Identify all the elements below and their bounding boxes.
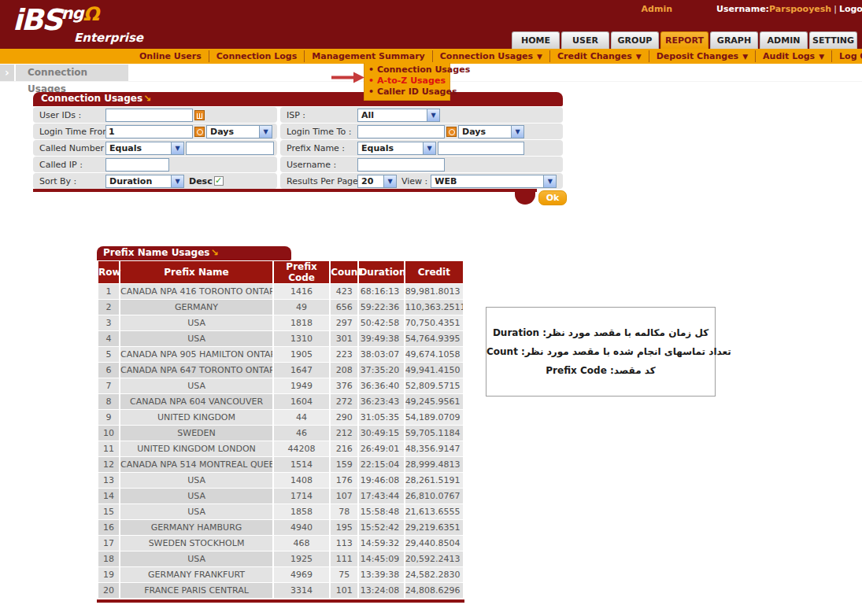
username-input[interactable] <box>357 158 445 172</box>
cell-prefix-name: CANADA NPA 514 MONTREAL QUEBEC <box>120 457 272 472</box>
cell-row: 10 <box>98 426 119 441</box>
cell-prefix-name: USA <box>120 489 272 503</box>
cell-credit: 110,363.2511 <box>405 300 463 315</box>
chevron-down-icon: ▼ <box>511 126 523 138</box>
isp-select[interactable]: All▼ <box>357 109 440 122</box>
cell-row: 19 <box>98 567 119 582</box>
cell-prefix-name: CANADA NPA 416 TORONTO ONTARIO <box>120 284 272 299</box>
breadcrumb-chevron-icon: › <box>0 65 14 81</box>
menu-item[interactable]: Credit Changes▼ <box>549 50 649 62</box>
main-tabs: HOMEUSERGROUPREPORTGRAPHADMINSETTING <box>512 31 859 49</box>
table-row: 6 CANADA NPA 647 TORONTO ONTARIO 1647 20… <box>98 363 463 378</box>
login-time-from-unit-select[interactable]: Days▼ <box>206 125 272 138</box>
cell-credit: 49,674.1058 <box>405 347 463 362</box>
user-ids-input[interactable] <box>105 109 193 122</box>
menu-item[interactable]: Connection Logs <box>209 50 305 62</box>
logo-text: iBS <box>13 3 61 37</box>
cell-credit: 49,245.9561 <box>405 394 463 409</box>
table-row: 16 GERMANY HAMBURG 4940 195 15:52:42 29,… <box>98 520 463 535</box>
main-tab[interactable]: SETTING <box>809 31 857 49</box>
col-header-prefix-code: Prefix Code <box>274 261 329 283</box>
cell-prefix-name: UNITED KINGDOM <box>120 410 272 425</box>
menu-item[interactable]: Management Summary <box>304 50 432 62</box>
login-time-to-input[interactable] <box>357 125 445 138</box>
calendar-icon[interactable] <box>446 127 457 137</box>
main-tab[interactable]: USER <box>561 31 609 49</box>
dropdown-item[interactable]: Caller ID Usages <box>364 87 449 98</box>
ok-button[interactable]: Ok <box>538 190 567 205</box>
main-tab[interactable]: HOME <box>512 31 560 49</box>
menu-item[interactable]: Online Users <box>132 50 209 62</box>
results-per-page-label: Results Per Page : <box>287 176 357 186</box>
cell-prefix-name: GERMANY <box>120 300 272 315</box>
cell-prefix-name: GERMANY FRANKFURT <box>120 567 272 582</box>
cell-duration: 37:35:20 <box>359 363 403 378</box>
cell-row: 16 <box>98 520 119 535</box>
calendar-icon[interactable] <box>194 127 205 137</box>
cell-row: 13 <box>98 473 119 488</box>
cell-count: 113 <box>331 536 357 551</box>
menu-item[interactable]: Deposit Changes▼ <box>649 50 755 62</box>
cell-prefix-name: GERMANY HAMBURG <box>120 520 272 535</box>
cell-duration: 19:46:08 <box>359 473 403 488</box>
connection-usages-panel: Connection Usages↘ User IDs : ISP : All▼… <box>33 92 563 211</box>
results-per-page-select[interactable]: 20▼ <box>357 175 397 188</box>
table-row: 20 FRANCE PARIS CENTRAL 3314 101 13:24:0… <box>98 583 463 598</box>
chevron-down-icon: ▼ <box>543 175 556 187</box>
table-row: 7 USA 1949 376 36:36:40 52,809.5715 <box>98 378 463 393</box>
table-row: 2 GERMANY 49 656 59:22:36 110,363.2511 <box>98 300 463 315</box>
menu-item[interactable]: Audit Logs▼ <box>755 50 831 62</box>
cell-duration: 15:52:42 <box>359 520 403 535</box>
cell-prefix-code: 49 <box>274 300 329 315</box>
prefix-name-op-select[interactable]: Equals▼ <box>357 142 436 155</box>
cell-duration: 36:23:43 <box>359 394 403 409</box>
dropdown-item[interactable]: A-to-Z Usages <box>364 76 449 87</box>
chevron-down-icon: ▼ <box>423 142 435 154</box>
logout-link[interactable]: Logout <box>839 4 862 14</box>
view-select[interactable]: WEB▼ <box>431 175 557 188</box>
cell-credit: 54,764.9395 <box>405 331 463 346</box>
legend-line: Duration :کل زمان مکالمه با مقصد مورد نظ… <box>486 323 715 342</box>
cell-count: 656 <box>331 300 357 315</box>
panel-bottom-border <box>33 189 537 192</box>
main-tab[interactable]: ADMIN <box>760 31 808 49</box>
called-ip-input[interactable] <box>105 158 169 172</box>
user-select-icon[interactable] <box>194 110 205 120</box>
cell-row: 9 <box>98 410 119 425</box>
login-time-from-input[interactable] <box>105 125 193 138</box>
col-header-row: Row <box>98 261 119 283</box>
logo-subtitle: Enterprise <box>74 31 143 45</box>
menu-item[interactable]: Connection Usages▼ <box>432 50 549 62</box>
login-time-to-unit-select[interactable]: Days▼ <box>458 125 524 138</box>
cell-prefix-name: USA <box>120 551 272 566</box>
main-tab[interactable]: GROUP <box>611 31 659 49</box>
panel-title: Connection Usages↘ <box>33 92 563 106</box>
cell-count: 212 <box>331 426 357 441</box>
table-row: 14 USA 1714 107 17:43:44 26,810.0767 <box>98 489 463 503</box>
main-tab[interactable]: GRAPH <box>710 31 758 49</box>
chevron-down-icon: ▼ <box>171 142 183 154</box>
prefix-name-usages-section: Prefix Name Usages↘ Row Prefix Name Pref… <box>97 246 464 603</box>
menu-item[interactable]: Log Console <box>831 50 862 62</box>
sort-by-select[interactable]: Duration▼ <box>105 175 184 188</box>
prefix-name-input[interactable] <box>438 142 524 155</box>
called-number-input[interactable] <box>186 142 274 155</box>
dropdown-item[interactable]: Connection Usages <box>364 65 449 76</box>
cell-credit: 28,999.4813 <box>405 457 463 472</box>
cell-count: 159 <box>331 457 357 472</box>
called-number-op-select[interactable]: Equals▼ <box>105 142 184 155</box>
username-value: Parspooyesh <box>769 4 831 14</box>
cell-count: 176 <box>331 473 357 488</box>
table-row: 12 CANADA NPA 514 MONTREAL QUEBEC 1514 1… <box>98 457 463 472</box>
table-row: 19 GERMANY FRANKFURT 4969 75 13:39:38 24… <box>98 567 463 582</box>
main-tab[interactable]: REPORT <box>660 31 708 49</box>
cell-count: 423 <box>331 284 357 299</box>
cell-prefix-code: 4969 <box>274 567 329 582</box>
table-row: 1 CANADA NPA 416 TORONTO ONTARIO 1416 42… <box>98 284 463 299</box>
panel-bottom-tail <box>515 189 535 205</box>
legend-note-box: Duration :کل زمان مکالمه با مقصد مورد نظ… <box>486 307 716 397</box>
cell-prefix-code: 1416 <box>274 284 329 299</box>
col-header-credit: Credit <box>405 261 463 283</box>
desc-checkbox[interactable]: ✓ <box>214 176 224 186</box>
cell-count: 75 <box>331 567 357 582</box>
